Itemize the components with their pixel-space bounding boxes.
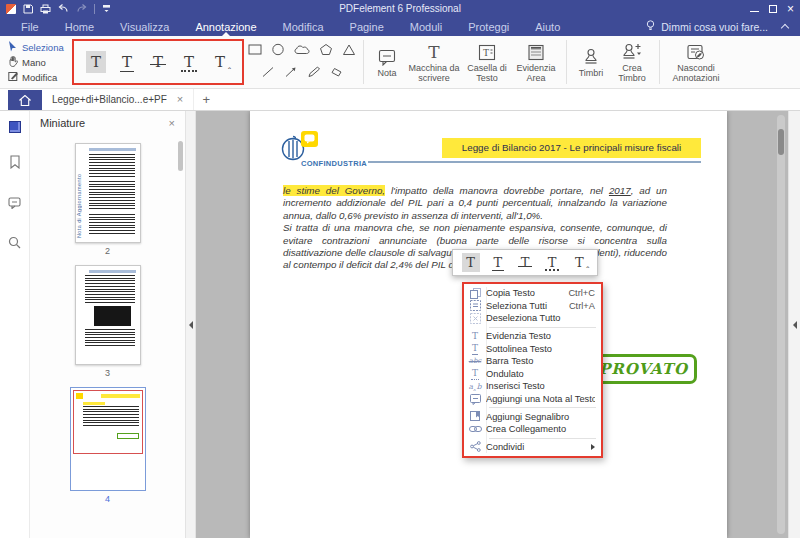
- polygon-shape-icon[interactable]: [319, 42, 333, 60]
- create-stamp-icon: [621, 41, 643, 61]
- menu-deseleziona-tutto[interactable]: Deseleziona Tutto: [464, 312, 601, 325]
- menu-seleziona-tutti[interactable]: Seleziona Tutti Ctrl+A: [464, 300, 601, 313]
- menu-sottolinea-testo[interactable]: T Sottolinea Testo: [464, 342, 601, 355]
- menu-inserisci-testo[interactable]: a˰b Inserisci Testo: [464, 380, 601, 393]
- select-tool[interactable]: Seleziona: [8, 41, 66, 54]
- menu-separator: [489, 438, 596, 439]
- squiggly-text-button[interactable]: T: [176, 46, 202, 78]
- close-tab-icon[interactable]: ×: [177, 94, 183, 105]
- menu-crea-collegamento[interactable]: Crea Collegamento: [464, 423, 601, 436]
- hand-tool[interactable]: Mano: [8, 56, 66, 69]
- underlined-year: 2017: [609, 185, 631, 196]
- thumbnails-panel: Miniature × Nota di Aggiornamento 2: [30, 111, 186, 538]
- strikethrough-text-button[interactable]: T: [145, 46, 171, 78]
- collapse-right-panel[interactable]: [788, 111, 800, 538]
- menu-separator: [489, 407, 596, 408]
- mini-caret-button[interactable]: T: [567, 251, 592, 274]
- comments-panel-icon[interactable]: [8, 195, 21, 213]
- document-tab-label: Legge+di+Bilancio...e+PF: [52, 94, 167, 105]
- menu-ondulato[interactable]: T Ondulato: [464, 368, 601, 381]
- oval-shape-icon[interactable]: [271, 42, 285, 60]
- close-panel-icon[interactable]: ×: [169, 118, 175, 129]
- document-scrollbar[interactable]: [777, 115, 785, 534]
- customize-toolbar-icon[interactable]: [102, 4, 111, 13]
- note-button[interactable]: Nota: [369, 46, 405, 78]
- document-header-title: Legge di Bilancio 2017 - Le principali m…: [442, 138, 701, 158]
- undo-icon[interactable]: [58, 4, 69, 13]
- menu-pagine[interactable]: Pagine: [337, 17, 397, 36]
- yellow-highlighted-text: le stime del Governo,: [283, 185, 385, 196]
- page-thumbnail-2[interactable]: Nota di Aggiornamento 2: [75, 143, 141, 256]
- mini-squiggly-button[interactable]: T: [540, 251, 565, 274]
- search-panel-icon[interactable]: [8, 235, 21, 253]
- save-icon[interactable]: [23, 4, 33, 14]
- cloud-shape-icon[interactable]: [294, 42, 310, 60]
- eraser-icon[interactable]: [330, 64, 344, 82]
- assistant-search[interactable]: Dimmi cosa vuoi fare...: [661, 21, 768, 33]
- ribbon-separator: [566, 40, 567, 84]
- context-menu: Copia Testo Ctrl+C Seleziona Tutti Ctrl+…: [462, 282, 603, 458]
- assistant-bulb-icon: [646, 20, 655, 34]
- pencil-draw-icon[interactable]: [307, 64, 321, 82]
- textbox-button[interactable]: T Casella di Testo: [463, 41, 511, 84]
- collapse-ribbon-icon[interactable]: [781, 24, 789, 32]
- menu-aiuto[interactable]: Aiuto: [522, 17, 573, 36]
- titlebar: PDFelement 6 Professional ×: [0, 0, 800, 17]
- area-highlight-button[interactable]: Evidenzia Area: [511, 41, 561, 84]
- note-icon: [378, 46, 396, 66]
- left-nav-rail: [0, 111, 30, 538]
- text-markup-group-highlighted: T T T T T: [72, 39, 244, 85]
- close-button[interactable]: ×: [787, 3, 794, 15]
- redo-icon[interactable]: [76, 4, 87, 13]
- arrow-shape-icon[interactable]: [284, 64, 298, 82]
- minimize-button[interactable]: [750, 11, 759, 12]
- document-area: CONFINDUSTRIA Legge di Bilancio 2017 - L…: [196, 111, 788, 538]
- menu-proteggi[interactable]: Proteggi: [455, 17, 522, 36]
- line-shape-icon[interactable]: [261, 64, 275, 82]
- page-thumbnail-3[interactable]: 3: [75, 265, 141, 378]
- menu-file[interactable]: File: [8, 17, 52, 36]
- menu-visualizza[interactable]: Visualizza: [107, 17, 182, 36]
- highlight-text-button[interactable]: T: [83, 46, 109, 78]
- menu-aggiungi-nota[interactable]: Aggiungi una Nota al Testo: [464, 393, 601, 406]
- collapse-left-panel[interactable]: [186, 111, 196, 538]
- caret-text-button[interactable]: T: [207, 46, 233, 78]
- menu-annotazione[interactable]: Annotazione: [182, 17, 269, 36]
- document-tab[interactable]: Legge+di+Bilancio...e+PF ×: [42, 89, 194, 110]
- menu-moduli[interactable]: Moduli: [397, 17, 455, 36]
- menu-evidenzia-testo[interactable]: T Evidenzia Testo: [464, 330, 601, 343]
- home-tab-button[interactable]: [8, 90, 42, 110]
- rectangle-shape-icon[interactable]: [248, 42, 262, 60]
- new-tab-button[interactable]: +: [194, 89, 218, 110]
- page-thumbnail-4-selected[interactable]: 4: [70, 387, 146, 504]
- mini-strikethrough-button[interactable]: T: [512, 251, 537, 274]
- thumbnails-panel-icon[interactable]: [9, 121, 21, 133]
- scrollbar-thumb[interactable]: [778, 129, 784, 155]
- typewriter-button[interactable]: T Macchina da scrivere: [405, 41, 463, 84]
- menu-condividi[interactable]: Condividi: [464, 441, 601, 454]
- edit-tool[interactable]: Modifica: [8, 71, 66, 84]
- create-stamp-button[interactable]: Crea Timbro: [610, 41, 654, 84]
- share-icon: [464, 441, 486, 452]
- panel-scrollbar[interactable]: [178, 141, 183, 171]
- menu-copia-testo[interactable]: Copia Testo Ctrl+C: [464, 287, 601, 300]
- bookmark-icon: [464, 411, 486, 422]
- mini-highlight-button[interactable]: T: [458, 251, 483, 274]
- menu-aggiungi-segnalibro[interactable]: Aggiungi Segnalibro: [464, 410, 601, 423]
- mini-underline-button[interactable]: T: [485, 251, 510, 274]
- brand-text: CONFINDUSTRIA: [301, 159, 367, 168]
- hide-annotations-button[interactable]: Nascondi Annotazioni: [665, 41, 727, 84]
- insert-text-icon: a˰b: [464, 383, 486, 391]
- underline-text-button[interactable]: T: [114, 46, 140, 78]
- stamps-button[interactable]: Timbri: [572, 46, 610, 78]
- menu-modifica[interactable]: Modifica: [270, 17, 337, 36]
- triangle-shape-icon[interactable]: [342, 42, 356, 60]
- menu-barra-testo[interactable]: abc Barra Testo: [464, 355, 601, 368]
- bookmarks-panel-icon[interactable]: [9, 155, 21, 173]
- maximize-button[interactable]: [769, 5, 777, 13]
- menu-home[interactable]: Home: [52, 17, 107, 36]
- ribbon-separator: [659, 40, 660, 84]
- floating-markup-toolbar: T T T T T: [452, 249, 598, 276]
- print-icon[interactable]: [40, 4, 51, 14]
- select-cursor-icon: [8, 41, 18, 54]
